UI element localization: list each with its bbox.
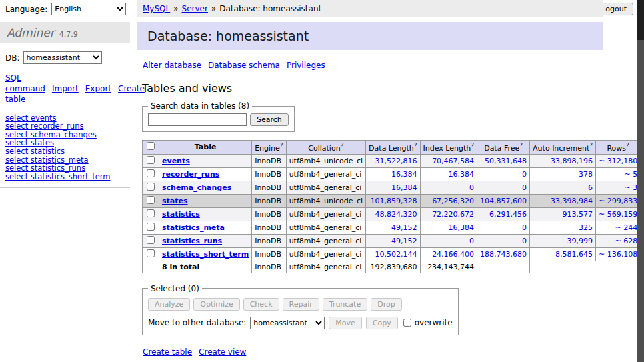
table-stat-link[interactable]: 378 (579, 170, 593, 179)
table-header-row: TableEngine?Collation?Data Length?Index … (143, 141, 644, 155)
table-stat-link[interactable]: ~ 312,180 (599, 157, 637, 165)
table-stat-link[interactable]: ~ 136,108 (599, 250, 637, 259)
table-stat-link[interactable]: 48,824,320 (375, 210, 417, 219)
table-name-link[interactable]: statistics_meta (162, 223, 225, 232)
index-length-cell: 16,384 (420, 167, 477, 181)
column-help-link[interactable]: ? (626, 142, 629, 149)
table-stat-link[interactable]: 50,331,648 (485, 157, 527, 165)
sidebar-table-link[interactable]: select recorder_runs (5, 122, 130, 131)
row-checkbox-cell (143, 154, 159, 167)
table-stat-link[interactable]: 104,857,600 (480, 197, 527, 205)
table-stat-link[interactable]: 0 (522, 183, 527, 192)
table-stat-link[interactable]: ~ 628 (615, 237, 637, 245)
search-button[interactable]: Search (250, 113, 289, 126)
column-help-link[interactable]: ? (341, 142, 344, 149)
table-stat-link[interactable]: 10,502,144 (375, 250, 417, 259)
table-stat-link[interactable]: ~ 3 (624, 183, 637, 192)
column-help-link[interactable]: ? (414, 142, 417, 149)
table-stat-link[interactable]: 49,152 (391, 223, 417, 232)
breadcrumb: MySQL » Server » Database: homeassistant (137, 0, 603, 17)
database-nav-link[interactable]: Alter database (143, 61, 201, 70)
table-stat-link[interactable]: 16,384 (391, 170, 417, 179)
table-stat-link[interactable]: 70,467,584 (432, 157, 474, 165)
column-help-link[interactable]: ? (589, 142, 593, 149)
table-stat-link[interactable]: 33,898,196 (551, 157, 593, 165)
column-help-link[interactable]: ? (471, 142, 474, 149)
selected-action-buttons: AnalyzeOptimizeCheckRepairTruncateDrop (148, 298, 453, 311)
table-name-link[interactable]: statistics_runs (162, 237, 222, 245)
search-input[interactable] (148, 113, 247, 126)
table-stat-link[interactable]: 24,166,400 (432, 250, 474, 259)
create-link[interactable]: Create table (143, 347, 192, 357)
table-stat-link[interactable]: 67,256,320 (432, 197, 474, 205)
table-name-link[interactable]: statistics_short_term (162, 250, 249, 259)
table-stat-link[interactable]: 0 (469, 237, 474, 245)
table-name-link[interactable]: statistics (162, 210, 200, 219)
breadcrumb-link-system[interactable]: MySQL (143, 4, 170, 13)
table-stat-link[interactable]: 39,999 (567, 237, 593, 245)
row-checkbox[interactable] (147, 169, 155, 177)
table-stat-link[interactable]: 325 (579, 223, 593, 232)
select-all-checkbox[interactable] (147, 142, 155, 150)
engine-cell: InnoDB (252, 181, 286, 194)
row-checkbox[interactable] (147, 249, 155, 257)
row-checkbox[interactable] (147, 156, 155, 164)
table-stat-link[interactable]: 16,384 (391, 183, 417, 192)
create-link[interactable]: Create view (199, 347, 246, 357)
db-select[interactable]: homeassistant (23, 51, 102, 64)
row-checkbox[interactable] (147, 223, 155, 231)
table-name-link[interactable]: events (162, 157, 190, 165)
column-header-data-free: Data Free? (477, 141, 530, 155)
move-db-select[interactable]: homeassistant (250, 317, 325, 329)
table-stat-link[interactable]: 16,384 (449, 170, 475, 179)
table-name-link[interactable]: schema_changes (162, 183, 231, 192)
table-stat-link[interactable]: 49,152 (391, 237, 417, 245)
table-stat-link[interactable]: 101,859,328 (371, 197, 417, 205)
table-stat-link[interactable]: ~ 299,833 (599, 197, 637, 205)
row-checkbox[interactable] (147, 209, 155, 217)
row-checkbox[interactable] (147, 196, 155, 204)
table-stat-link[interactable]: 0 (522, 223, 527, 232)
db-selector-row: DB: homeassistant (5, 51, 125, 64)
scrollbar-thumb[interactable] (637, 0, 644, 40)
table-name-link[interactable]: states (162, 197, 188, 205)
sidebar-quick-link[interactable]: SQL command (5, 73, 45, 93)
table-name-link[interactable]: recorder_runs (162, 170, 219, 179)
column-help-link[interactable]: ? (280, 142, 283, 149)
table-stat-link[interactable]: 0 (469, 183, 474, 192)
table-stat-link[interactable]: 8,581,645 (555, 250, 593, 259)
table-stat-link[interactable]: 72,220,672 (432, 210, 474, 219)
app-version-link[interactable]: 4.7.9 (59, 30, 78, 39)
overwrite-label: overwrite (415, 318, 453, 327)
sidebar-table-link[interactable]: select statistics_runs (5, 164, 130, 173)
breadcrumb-link-server[interactable]: Server (182, 4, 208, 13)
table-stat-link[interactable]: ~ 5 (624, 170, 637, 179)
index-length-cell: 70,467,584 (420, 154, 477, 167)
sidebar-quick-link[interactable]: Export (85, 84, 111, 93)
table-stat-link[interactable]: 913,577 (563, 210, 593, 219)
sidebar-table-link[interactable]: select statistics_short_term (5, 173, 130, 181)
sidebar-quick-link[interactable]: Import (52, 84, 79, 93)
table-stat-link[interactable]: ~ 569,159 (599, 210, 637, 219)
sidebar-table-link[interactable]: select statistics (5, 147, 130, 156)
database-nav-link[interactable]: Database schema (208, 61, 280, 70)
row-checkbox[interactable] (147, 236, 155, 244)
table-stat-link[interactable]: 33,398,984 (551, 197, 593, 205)
table-stat-link[interactable]: 0 (522, 237, 527, 245)
table-stat-link[interactable]: ~ 244 (615, 223, 637, 232)
scrollbar[interactable] (637, 0, 644, 362)
table-stat-link[interactable]: 6,291,456 (489, 210, 527, 219)
language-select[interactable]: English (51, 3, 126, 15)
row-checkbox[interactable] (147, 183, 155, 191)
table-stat-link[interactable]: 16,384 (449, 223, 475, 232)
overwrite-checkbox[interactable] (403, 319, 411, 327)
column-help-link[interactable]: ? (519, 142, 523, 149)
table-stat-link[interactable]: 0 (522, 170, 527, 179)
table-stat-link[interactable]: 6 (588, 183, 593, 192)
database-nav-link[interactable]: Privileges (287, 61, 325, 70)
table-stat-link[interactable]: 188,743,680 (480, 250, 527, 259)
total-blank-cell (530, 261, 596, 273)
rows-cell: ~ 3 (596, 181, 641, 194)
table-stat-link[interactable]: 31,522,816 (375, 157, 417, 165)
selected-action-button: Repair (283, 298, 319, 311)
